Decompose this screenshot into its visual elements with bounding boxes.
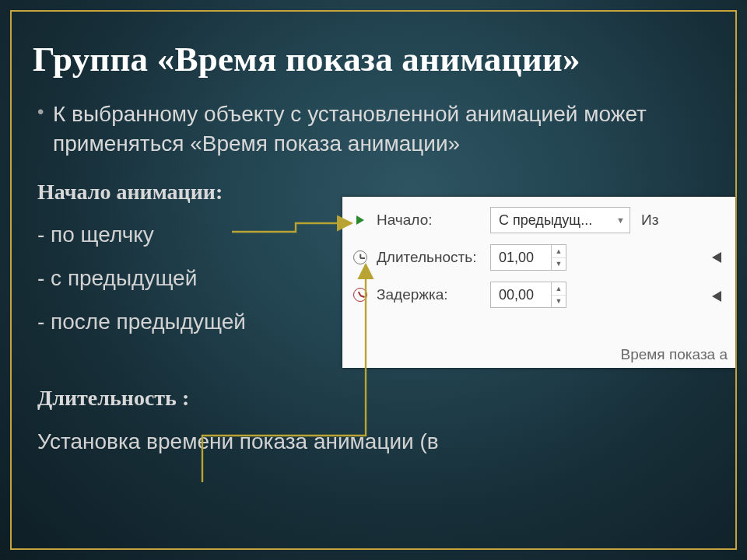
bullet-intro: • К выбранному объекту с установленной а… (37, 100, 710, 159)
delay-value: 00,00 (499, 287, 534, 303)
svg-marker-1 (712, 252, 721, 263)
spin-down-icon[interactable]: ▼ (552, 257, 566, 271)
duration-value: 01,00 (499, 250, 534, 266)
duration-heading: Длительность : (37, 383, 710, 413)
panel-caption: Время показа а (621, 346, 728, 363)
duration-section: Длительность : Установка времени показа … (37, 383, 710, 457)
panel-label-start: Начало: (377, 212, 490, 229)
slide: Группа «Время показа анимации» • К выбра… (0, 0, 747, 560)
panel-label-delay: Задержка: (377, 286, 490, 303)
panel-label-duration: Длительность: (377, 249, 490, 266)
panel-row-delay: Задержка: 00,00 ▲ ▼ (353, 281, 735, 309)
spin-up-icon[interactable]: ▲ (552, 282, 566, 295)
clock-icon (353, 250, 367, 264)
delay-spinner[interactable]: 00,00 ▲ ▼ (490, 282, 566, 308)
ribbon-panel: Начало: С предыдущ... ▼ Из Длительность:… (342, 197, 735, 368)
spin-buttons[interactable]: ▲ ▼ (551, 245, 566, 270)
bullet-dot-icon: • (37, 100, 53, 159)
spin-buttons[interactable]: ▲ ▼ (551, 282, 566, 307)
duration-spinner[interactable]: 01,00 ▲ ▼ (490, 244, 566, 271)
play-icon (353, 213, 367, 227)
intro-text: К выбранному объекту с установленной ани… (53, 100, 710, 159)
caret-down-icon: ▼ (616, 215, 625, 225)
panel-row-start: Начало: С предыдущ... ▼ Из (353, 206, 735, 234)
svg-marker-0 (356, 215, 364, 225)
slide-title: Группа «Время показа анимации» (33, 39, 580, 79)
spin-up-icon[interactable]: ▲ (552, 245, 566, 257)
duration-desc: Установка времени показа анимации (в (37, 427, 710, 457)
spin-down-icon[interactable]: ▼ (552, 295, 566, 308)
arrow-left-icon (707, 245, 732, 270)
clock-red-icon (353, 288, 367, 302)
arrow-left-icon (707, 284, 732, 309)
svg-marker-2 (712, 291, 721, 302)
start-dropdown-value: С предыдущ... (499, 212, 592, 229)
panel-trail-text: Из (641, 212, 658, 229)
panel-row-duration: Длительность: 01,00 ▲ ▼ (353, 243, 735, 271)
start-dropdown[interactable]: С предыдущ... ▼ (490, 207, 630, 233)
